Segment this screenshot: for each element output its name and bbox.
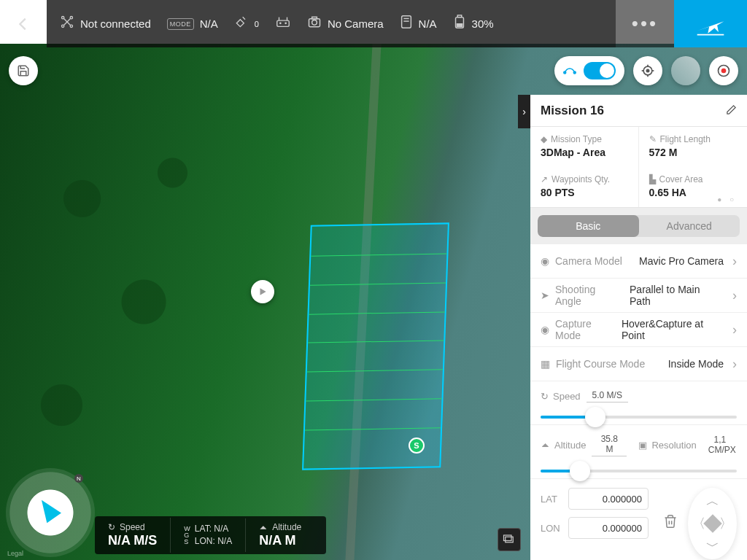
locate-button[interactable] [633,56,662,85]
altitude-slider[interactable] [541,470,737,472]
setting-altitude: ⏶Altitude 35.8 M ▣Resolution 1,1 CM/PX [530,425,747,479]
coordinate-controls: LAT 0.000000 LON 0.000000 ︿ ﹀ 〈 〉 [530,479,747,560]
edit-mission-button[interactable] [726,104,737,117]
toggle-switch[interactable] [584,62,616,79]
lat-input[interactable]: 0.000000 [568,488,649,510]
setting-course-mode[interactable]: ▦Flight Course Mode Inside Mode › [530,347,747,381]
mode-icon: MODE [167,18,194,30]
flight-mode-status[interactable]: MODE N/A [167,18,218,30]
delete-waypoint-button[interactable] [663,513,678,534]
home-point-marker[interactable] [251,280,274,303]
compass-north-label: N [74,474,83,483]
page-indicator[interactable]: ● ○ [717,195,737,203]
more-menu-button[interactable]: ••• [616,0,674,47]
waypoint-icon: ↗ [541,174,548,184]
mission-stats[interactable]: ◆Mission Type 3DMap - Area ✎Flight Lengt… [530,127,747,208]
mission-header: Mission 16 [530,95,747,127]
tab-basic[interactable]: Basic [538,215,639,237]
hud-coords: W G S LAT: N/A LON: N/A [171,518,246,552]
svg-point-2 [62,25,64,27]
svg-point-3 [70,25,72,27]
tab-advanced[interactable]: Advanced [639,215,740,237]
start-flight-button[interactable] [674,0,747,47]
mode-label: N/A [200,18,218,30]
setting-camera-model[interactable]: ◉Camera Model Mavic Pro Camera › [530,244,747,279]
svg-rect-18 [457,15,461,18]
nudge-dpad: ︿ ﹀ 〈 〉 [688,488,737,559]
svg-rect-32 [506,537,514,542]
record-button[interactable] [709,56,738,85]
trash-icon [663,513,678,529]
stat-waypoints: ↗Waypoints Qty. 80 PTS [530,167,639,207]
svg-point-22 [564,71,566,74]
capture-icon: ◉ [541,324,549,335]
connection-status[interactable]: Not connected [60,15,151,33]
collapse-panel-button[interactable]: › [518,95,530,128]
resolution-icon: ▣ [638,440,647,451]
storage-status[interactable]: N/A [400,15,437,33]
svg-point-7 [279,22,282,24]
battery-label: 30% [472,18,494,30]
mission-area-polygon[interactable] [302,222,449,470]
camera-preview-thumbnail[interactable] [671,56,700,85]
svg-rect-33 [504,535,512,541]
dpad-down[interactable]: ﹀ [706,537,719,555]
chevron-right-icon: › [732,288,737,303]
satellite-icon [234,15,249,33]
drone-icon [60,15,74,33]
rc-signal-status[interactable] [275,15,291,32]
gps-status[interactable]: 0 [234,15,259,33]
svg-point-23 [573,71,576,74]
chevron-right-icon: › [732,322,737,338]
satellite-count: 0 [255,20,259,28]
connection-label: Not connected [80,18,151,30]
svg-point-0 [62,17,64,19]
altitude-value[interactable]: 35.8 M [592,434,627,456]
map-road [345,44,381,560]
svg-rect-14 [401,16,411,28]
setting-shooting-angle[interactable]: ➤Shooting Angle Parallel to Main Path › [530,279,747,313]
save-mission-button[interactable] [9,56,38,85]
dpad-up[interactable]: ︿ [706,492,719,510]
ruler-icon: ✎ [649,134,657,144]
settings-list: ◉Camera Model Mavic Pro Camera › ➤Shooti… [530,244,747,560]
speed-value[interactable]: 5.0 M/S [587,390,628,402]
angle-icon: ➤ [541,289,549,301]
course-icon: ▦ [541,358,550,370]
speed-slider[interactable] [541,416,737,419]
setting-speed: ↻Speed 5.0 M/S [530,381,747,425]
lon-field: LON 0.000000 [541,517,649,539]
camera-icon [307,15,322,33]
speed-icon: ↻ [541,391,549,402]
map-controls [554,56,738,85]
chevron-right-icon: › [732,254,737,269]
pencil-icon [726,104,737,115]
legal-link[interactable]: Legal [7,550,23,557]
rc-icon [275,15,291,32]
lon-input[interactable]: 0.000000 [568,517,649,539]
compass-needle [34,495,61,523]
hud-speed: ↻Speed N/A M/S [95,518,171,553]
svg-rect-6 [277,20,290,26]
svg-rect-13 [312,17,317,19]
resolution-value: 1,1 CM/PX [703,435,738,456]
camera-status[interactable]: No Camera [307,15,384,33]
hud-altitude: ⏶Altitude N/A M [246,518,314,553]
camera-icon: ◉ [541,255,549,267]
map-mode-toggle[interactable] [554,56,624,85]
back-button[interactable] [0,0,47,47]
setting-capture-mode[interactable]: ◉Capture Mode Hover&Capture at Point › [530,313,747,347]
minimap-toggle-button[interactable] [498,528,521,551]
speed-icon: ↻ [108,522,115,532]
layers-icon [503,534,516,545]
tag-icon: ◆ [541,134,547,144]
start-waypoint-marker[interactable]: S [409,438,425,454]
battery-icon [453,15,466,33]
battery-status[interactable]: 30% [453,15,494,33]
svg-point-12 [312,20,317,26]
svg-point-25 [646,69,649,71]
compass-widget[interactable]: N [6,468,95,557]
mission-title: Mission 16 [541,104,604,118]
stat-mission-type: ◆Mission Type 3DMap - Area [530,127,639,167]
stat-flight-length: ✎Flight Length 572 M [639,127,748,167]
